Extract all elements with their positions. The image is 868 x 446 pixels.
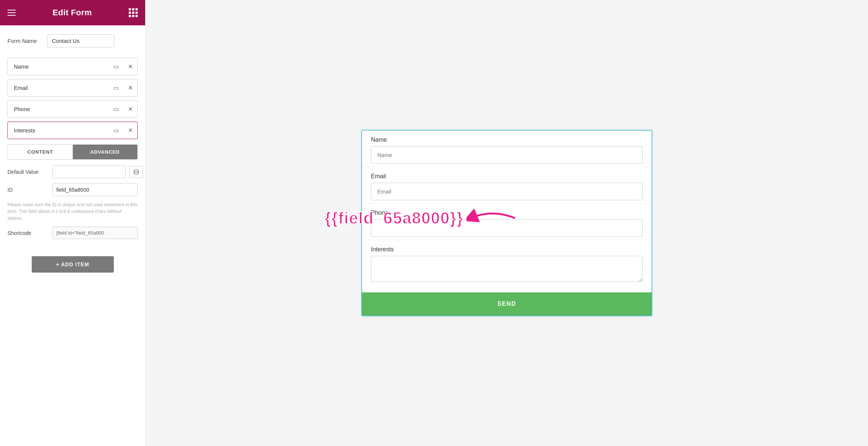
preview-name-label: Name xyxy=(371,136,643,143)
preview-interests-group: Interests xyxy=(362,240,652,289)
preview-phone-group: Phone xyxy=(362,204,652,240)
shortcode-label: Shortcode xyxy=(7,230,49,236)
preview-email-input[interactable] xyxy=(371,183,643,200)
preview-email-group: Email xyxy=(362,167,652,204)
svg-point-0 xyxy=(134,170,138,172)
form-name-label: Form Name xyxy=(7,38,41,44)
duplicate-email-button[interactable]: ▭ xyxy=(109,81,124,95)
default-value-row: Default Value xyxy=(7,166,138,178)
preview-interests-input[interactable] xyxy=(371,256,643,282)
hamburger-icon[interactable] xyxy=(7,10,16,16)
form-name-input[interactable] xyxy=(47,34,114,47)
preview-interests-label: Interests xyxy=(371,246,643,253)
add-item-button[interactable]: + ADD ITEM xyxy=(32,256,114,273)
duplicate-interests-button[interactable]: ▭ xyxy=(109,123,124,138)
preview-name-group: Name xyxy=(362,131,652,167)
field-item-phone: Phone ▭ ✕ xyxy=(7,100,138,118)
panel-body: Form Name Name ▭ ✕ Email ▭ ✕ Phone ▭ xyxy=(0,25,145,446)
id-row: ID xyxy=(7,183,138,196)
preview-name-input[interactable] xyxy=(371,146,643,164)
field-item-email: Email ▭ ✕ xyxy=(7,79,138,97)
send-button[interactable]: SEND xyxy=(362,292,652,315)
remove-phone-button[interactable]: ✕ xyxy=(124,102,137,116)
default-value-input[interactable] xyxy=(52,166,126,178)
id-label: ID xyxy=(7,187,49,193)
grid-icon[interactable] xyxy=(129,8,138,17)
field-label-interests: Interests xyxy=(8,122,109,139)
left-panel: Edit Form Form Name Name ▭ ✕ xyxy=(0,0,146,446)
default-value-label: Default Value xyxy=(7,169,49,175)
id-field-input[interactable] xyxy=(52,183,138,196)
panel-title: Edit Form xyxy=(53,8,92,18)
preview-email-label: Email xyxy=(371,173,643,180)
tab-advanced[interactable]: ADVANCED xyxy=(73,145,138,159)
field-label-name: Name xyxy=(8,58,109,75)
field-label-email: Email xyxy=(8,79,109,96)
preview-phone-input[interactable] xyxy=(371,219,643,237)
fields-list: Name ▭ ✕ Email ▭ ✕ Phone ▭ ✕ Interests ▭ xyxy=(7,58,138,139)
shortcode-row: Shortcode xyxy=(7,227,138,239)
form-preview: Name Email Phone Interests SEND xyxy=(361,130,652,316)
tab-content[interactable]: CONTENT xyxy=(8,145,73,159)
duplicate-name-button[interactable]: ▭ xyxy=(109,59,124,74)
database-icon-button[interactable] xyxy=(129,166,143,178)
id-input-wrapper xyxy=(52,183,138,196)
field-item-interests: Interests ▭ ✕ xyxy=(7,122,138,139)
id-hint-text: Please make sure the ID is unique and no… xyxy=(7,201,138,222)
shortcode-input[interactable] xyxy=(52,227,138,239)
form-name-row: Form Name xyxy=(7,34,138,47)
panel-header: Edit Form xyxy=(0,0,145,25)
field-item-name: Name ▭ ✕ xyxy=(7,58,138,75)
preview-phone-label: Phone xyxy=(371,210,643,216)
remove-interests-button[interactable]: ✕ xyxy=(124,123,137,138)
field-label-phone: Phone xyxy=(8,101,109,117)
right-panel: {{field_65a8000}} Name Email Phone Inter… xyxy=(146,0,868,446)
content-advanced-tabs: CONTENT ADVANCED xyxy=(7,144,138,160)
field-config: Default Value ID xyxy=(7,166,138,252)
remove-name-button[interactable]: ✕ xyxy=(124,59,137,74)
duplicate-phone-button[interactable]: ▭ xyxy=(109,102,124,116)
remove-email-button[interactable]: ✕ xyxy=(124,81,137,95)
